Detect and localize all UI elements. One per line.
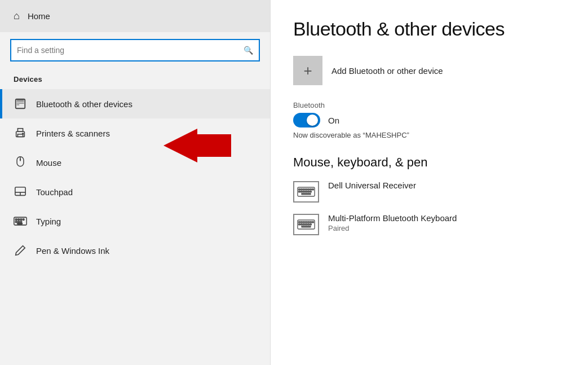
svg-rect-33 <box>301 191 303 192</box>
dell-device-name: Dell Universal Receiver <box>328 180 416 191</box>
bluetooth-icon <box>14 97 27 111</box>
svg-rect-41 <box>301 222 303 223</box>
keyboard-device-icon <box>293 214 319 235</box>
keyboard-device-name: Multi-Platform Bluetooth Keyboard <box>328 213 457 224</box>
svg-rect-36 <box>308 191 310 192</box>
bluetooth-section-label: Bluetooth <box>293 101 565 109</box>
sidebar-item-typing[interactable]: Typing <box>0 206 270 236</box>
svg-rect-45 <box>310 222 312 223</box>
home-nav-item[interactable]: ⌂ Home <box>0 0 270 32</box>
device-item-dell[interactable]: Dell Universal Receiver <box>293 180 565 203</box>
search-input[interactable] <box>17 46 244 55</box>
add-device-icon-box: + <box>293 56 322 85</box>
search-wrapper: 🔍 <box>0 32 270 71</box>
svg-rect-16 <box>15 219 17 221</box>
svg-rect-17 <box>18 219 20 221</box>
svg-rect-6 <box>17 129 23 132</box>
dell-receiver-icon <box>293 181 319 203</box>
discoverable-text: Now discoverable as “MAHESHPC” <box>293 131 565 139</box>
search-icon: 🔍 <box>244 46 253 55</box>
device-item-keyboard[interactable]: Multi-Platform Bluetooth Keyboard Paired <box>293 213 565 235</box>
svg-rect-34 <box>303 191 305 192</box>
svg-rect-37 <box>310 191 312 192</box>
svg-rect-7 <box>17 134 23 137</box>
svg-rect-49 <box>303 224 305 225</box>
svg-rect-48 <box>301 224 303 225</box>
svg-rect-35 <box>306 191 307 192</box>
sidebar-printers-label: Printers & scanners <box>36 129 110 138</box>
svg-rect-47 <box>299 224 300 225</box>
sidebar-item-mouse[interactable]: Mouse <box>0 148 270 177</box>
svg-rect-19 <box>23 219 24 221</box>
svg-rect-46 <box>312 222 314 223</box>
home-icon: ⌂ <box>14 10 20 22</box>
sidebar-item-bluetooth[interactable]: Bluetooth & other devices <box>0 89 270 118</box>
toggle-state-label: On <box>328 116 339 125</box>
svg-rect-20 <box>15 221 17 223</box>
sidebar-bluetooth-label: Bluetooth & other devices <box>36 99 132 109</box>
svg-rect-44 <box>308 222 310 223</box>
touchpad-icon <box>14 185 27 199</box>
svg-rect-52 <box>310 224 312 225</box>
svg-point-8 <box>23 133 24 134</box>
plus-icon: + <box>303 63 312 78</box>
svg-rect-28 <box>306 189 307 190</box>
svg-rect-21 <box>18 221 20 223</box>
sidebar-item-touchpad[interactable]: Touchpad <box>0 177 270 206</box>
svg-rect-31 <box>312 189 314 190</box>
svg-rect-29 <box>308 189 310 190</box>
keyboard-device-status: Paired <box>328 224 457 232</box>
devices-section-label: Devices <box>0 71 270 89</box>
svg-rect-51 <box>308 224 310 225</box>
page-title: Bluetooth & other devices <box>293 18 565 40</box>
mouse-icon <box>14 156 27 169</box>
svg-rect-23 <box>17 223 23 224</box>
toggle-knob <box>307 115 318 126</box>
bluetooth-toggle-row: On <box>293 113 565 127</box>
svg-rect-50 <box>306 224 307 225</box>
sidebar-typing-label: Typing <box>36 217 61 226</box>
sidebar-mouse-label: Mouse <box>36 158 61 168</box>
main-content: Bluetooth & other devices + Add Bluetoot… <box>271 0 588 365</box>
add-device-label: Add Bluetooth or other device <box>331 66 443 76</box>
svg-rect-32 <box>299 191 300 192</box>
svg-rect-25 <box>299 189 300 190</box>
home-label: Home <box>28 11 50 21</box>
svg-rect-53 <box>302 226 311 227</box>
add-device-button[interactable]: + Add Bluetooth or other device <box>293 56 565 85</box>
svg-rect-30 <box>310 189 312 190</box>
bluetooth-toggle[interactable] <box>293 113 320 127</box>
svg-rect-42 <box>303 222 305 223</box>
svg-rect-26 <box>301 189 303 190</box>
svg-rect-27 <box>303 189 305 190</box>
search-box-container: 🔍 <box>10 39 260 61</box>
svg-rect-40 <box>299 222 300 223</box>
sidebar-pen-label: Pen & Windows Ink <box>36 246 109 256</box>
pen-icon <box>14 244 27 257</box>
sidebar-item-pen[interactable]: Pen & Windows Ink <box>0 236 270 265</box>
svg-rect-22 <box>20 221 22 223</box>
svg-rect-38 <box>302 194 311 195</box>
subsection-title: Mouse, keyboard, & pen <box>293 155 565 170</box>
printer-icon <box>14 126 27 140</box>
sidebar-touchpad-label: Touchpad <box>36 187 73 197</box>
svg-rect-43 <box>306 222 307 223</box>
svg-rect-18 <box>20 219 22 221</box>
typing-icon <box>14 214 27 228</box>
sidebar-item-printers[interactable]: Printers & scanners <box>0 118 270 148</box>
